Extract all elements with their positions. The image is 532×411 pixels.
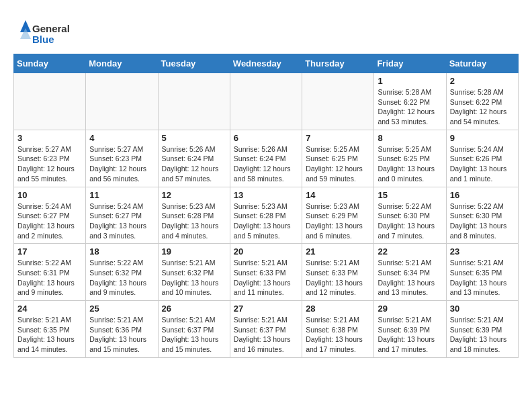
calendar-cell: 30Sunrise: 5:21 AM Sunset: 6:39 PM Dayli… xyxy=(446,301,518,358)
day-number: 23 xyxy=(450,246,515,257)
day-info: Sunrise: 5:22 AM Sunset: 6:32 PM Dayligh… xyxy=(89,258,154,298)
day-info: Sunrise: 5:21 AM Sunset: 6:39 PM Dayligh… xyxy=(378,315,442,355)
day-number: 21 xyxy=(306,246,370,257)
calendar-cell: 1Sunrise: 5:28 AM Sunset: 6:22 PM Daylig… xyxy=(374,73,446,130)
calendar-cell xyxy=(158,73,230,130)
day-info: Sunrise: 5:21 AM Sunset: 6:35 PM Dayligh… xyxy=(450,258,515,298)
weekday-header-row: SundayMondayTuesdayWednesdayThursdayFrid… xyxy=(14,54,519,73)
day-number: 4 xyxy=(89,133,154,143)
day-info: Sunrise: 5:22 AM Sunset: 6:30 PM Dayligh… xyxy=(450,201,515,241)
day-number: 11 xyxy=(89,190,154,200)
day-info: Sunrise: 5:26 AM Sunset: 6:24 PM Dayligh… xyxy=(162,144,226,184)
day-info: Sunrise: 5:23 AM Sunset: 6:29 PM Dayligh… xyxy=(306,201,370,241)
calendar-cell: 22Sunrise: 5:21 AM Sunset: 6:34 PM Dayli… xyxy=(374,244,446,301)
calendar-week-row: 17Sunrise: 5:22 AM Sunset: 6:31 PM Dayli… xyxy=(14,244,519,301)
page-header: General Blue xyxy=(13,13,519,47)
day-number: 28 xyxy=(306,304,370,314)
calendar-cell: 2Sunrise: 5:28 AM Sunset: 6:22 PM Daylig… xyxy=(446,73,518,130)
day-number: 9 xyxy=(450,133,515,143)
calendar-cell: 20Sunrise: 5:21 AM Sunset: 6:33 PM Dayli… xyxy=(230,244,302,301)
day-info: Sunrise: 5:28 AM Sunset: 6:22 PM Dayligh… xyxy=(450,87,515,127)
day-info: Sunrise: 5:26 AM Sunset: 6:24 PM Dayligh… xyxy=(234,144,298,184)
day-info: Sunrise: 5:21 AM Sunset: 6:38 PM Dayligh… xyxy=(306,315,370,355)
calendar-cell: 18Sunrise: 5:22 AM Sunset: 6:32 PM Dayli… xyxy=(86,244,158,301)
calendar-cell: 3Sunrise: 5:27 AM Sunset: 6:23 PM Daylig… xyxy=(14,130,86,187)
calendar-cell: 28Sunrise: 5:21 AM Sunset: 6:38 PM Dayli… xyxy=(302,301,374,358)
day-number: 7 xyxy=(306,133,370,143)
calendar-cell: 7Sunrise: 5:25 AM Sunset: 6:25 PM Daylig… xyxy=(302,130,374,187)
calendar-cell: 29Sunrise: 5:21 AM Sunset: 6:39 PM Dayli… xyxy=(374,301,446,358)
day-number: 3 xyxy=(17,133,82,143)
day-info: Sunrise: 5:22 AM Sunset: 6:30 PM Dayligh… xyxy=(378,201,442,241)
day-number: 20 xyxy=(234,246,298,257)
calendar-cell xyxy=(86,73,158,130)
calendar-cell: 12Sunrise: 5:23 AM Sunset: 6:28 PM Dayli… xyxy=(158,187,230,244)
day-info: Sunrise: 5:21 AM Sunset: 6:37 PM Dayligh… xyxy=(234,315,298,355)
day-number: 17 xyxy=(17,246,82,257)
svg-text:General: General xyxy=(32,23,70,34)
calendar-cell: 10Sunrise: 5:24 AM Sunset: 6:27 PM Dayli… xyxy=(14,187,86,244)
svg-text:Blue: Blue xyxy=(32,34,54,45)
calendar-week-row: 1Sunrise: 5:28 AM Sunset: 6:22 PM Daylig… xyxy=(14,73,519,130)
day-number: 6 xyxy=(234,133,298,143)
calendar-week-row: 10Sunrise: 5:24 AM Sunset: 6:27 PM Dayli… xyxy=(14,187,519,244)
day-info: Sunrise: 5:24 AM Sunset: 6:26 PM Dayligh… xyxy=(450,144,515,184)
logo-svg: General Blue xyxy=(13,19,74,47)
calendar-cell: 4Sunrise: 5:27 AM Sunset: 6:23 PM Daylig… xyxy=(86,130,158,187)
logo: General Blue xyxy=(13,19,74,47)
day-number: 5 xyxy=(162,133,226,143)
calendar-cell: 26Sunrise: 5:21 AM Sunset: 6:37 PM Dayli… xyxy=(158,301,230,358)
day-number: 30 xyxy=(450,304,515,314)
day-info: Sunrise: 5:21 AM Sunset: 6:32 PM Dayligh… xyxy=(162,258,226,298)
calendar-cell: 27Sunrise: 5:21 AM Sunset: 6:37 PM Dayli… xyxy=(230,301,302,358)
day-info: Sunrise: 5:23 AM Sunset: 6:28 PM Dayligh… xyxy=(234,201,298,241)
weekday-header: Friday xyxy=(374,54,446,73)
calendar-cell: 11Sunrise: 5:24 AM Sunset: 6:27 PM Dayli… xyxy=(86,187,158,244)
day-info: Sunrise: 5:21 AM Sunset: 6:35 PM Dayligh… xyxy=(17,315,82,355)
calendar-cell: 15Sunrise: 5:22 AM Sunset: 6:30 PM Dayli… xyxy=(374,187,446,244)
weekday-header: Monday xyxy=(86,54,158,73)
day-number: 1 xyxy=(378,76,442,86)
calendar-cell: 23Sunrise: 5:21 AM Sunset: 6:35 PM Dayli… xyxy=(446,244,518,301)
day-number: 29 xyxy=(378,304,442,314)
calendar-cell: 8Sunrise: 5:25 AM Sunset: 6:25 PM Daylig… xyxy=(374,130,446,187)
day-info: Sunrise: 5:21 AM Sunset: 6:34 PM Dayligh… xyxy=(378,258,442,298)
day-info: Sunrise: 5:24 AM Sunset: 6:27 PM Dayligh… xyxy=(17,201,82,241)
day-info: Sunrise: 5:27 AM Sunset: 6:23 PM Dayligh… xyxy=(17,144,82,184)
day-info: Sunrise: 5:21 AM Sunset: 6:37 PM Dayligh… xyxy=(162,315,226,355)
day-info: Sunrise: 5:25 AM Sunset: 6:25 PM Dayligh… xyxy=(378,144,442,184)
day-number: 27 xyxy=(234,304,298,314)
day-info: Sunrise: 5:21 AM Sunset: 6:39 PM Dayligh… xyxy=(450,315,515,355)
day-info: Sunrise: 5:22 AM Sunset: 6:31 PM Dayligh… xyxy=(17,258,82,298)
day-number: 22 xyxy=(378,246,442,257)
weekday-header: Sunday xyxy=(14,54,86,73)
day-info: Sunrise: 5:23 AM Sunset: 6:28 PM Dayligh… xyxy=(162,201,226,241)
calendar-cell: 13Sunrise: 5:23 AM Sunset: 6:28 PM Dayli… xyxy=(230,187,302,244)
calendar-cell: 14Sunrise: 5:23 AM Sunset: 6:29 PM Dayli… xyxy=(302,187,374,244)
calendar-cell: 16Sunrise: 5:22 AM Sunset: 6:30 PM Dayli… xyxy=(446,187,518,244)
weekday-header: Thursday xyxy=(302,54,374,73)
day-number: 26 xyxy=(162,304,226,314)
day-number: 8 xyxy=(378,133,442,143)
calendar-cell: 25Sunrise: 5:21 AM Sunset: 6:36 PM Dayli… xyxy=(86,301,158,358)
day-number: 16 xyxy=(450,190,515,200)
day-number: 12 xyxy=(162,190,226,200)
calendar-cell: 9Sunrise: 5:24 AM Sunset: 6:26 PM Daylig… xyxy=(446,130,518,187)
day-number: 13 xyxy=(234,190,298,200)
calendar-week-row: 3Sunrise: 5:27 AM Sunset: 6:23 PM Daylig… xyxy=(14,130,519,187)
calendar-cell xyxy=(302,73,374,130)
calendar-cell: 19Sunrise: 5:21 AM Sunset: 6:32 PM Dayli… xyxy=(158,244,230,301)
day-number: 15 xyxy=(378,190,442,200)
calendar-week-row: 24Sunrise: 5:21 AM Sunset: 6:35 PM Dayli… xyxy=(14,301,519,358)
day-info: Sunrise: 5:28 AM Sunset: 6:22 PM Dayligh… xyxy=(378,87,442,127)
calendar-cell: 5Sunrise: 5:26 AM Sunset: 6:24 PM Daylig… xyxy=(158,130,230,187)
calendar-cell: 21Sunrise: 5:21 AM Sunset: 6:33 PM Dayli… xyxy=(302,244,374,301)
day-info: Sunrise: 5:27 AM Sunset: 6:23 PM Dayligh… xyxy=(89,144,154,184)
day-info: Sunrise: 5:21 AM Sunset: 6:33 PM Dayligh… xyxy=(306,258,370,298)
weekday-header: Tuesday xyxy=(158,54,230,73)
day-info: Sunrise: 5:24 AM Sunset: 6:27 PM Dayligh… xyxy=(89,201,154,241)
day-info: Sunrise: 5:21 AM Sunset: 6:36 PM Dayligh… xyxy=(89,315,154,355)
day-number: 2 xyxy=(450,76,515,86)
day-number: 24 xyxy=(17,304,82,314)
day-number: 18 xyxy=(89,246,154,257)
